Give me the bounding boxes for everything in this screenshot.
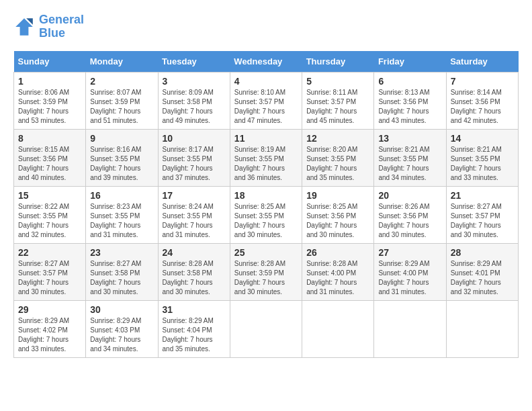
page-header: General Blue (13, 13, 519, 40)
calendar-cell: 27 Sunrise: 8:29 AM Sunset: 4:00 PM Dayl… (374, 243, 446, 300)
cell-content: Sunrise: 8:27 AM Sunset: 3:58 PM Dayligh… (90, 259, 153, 297)
cell-content: Sunrise: 8:10 AM Sunset: 3:57 PM Dayligh… (234, 88, 298, 126)
day-number: 19 (306, 190, 369, 201)
day-number: 22 (18, 247, 81, 258)
calendar-cell: 1 Sunrise: 8:06 AM Sunset: 3:59 PM Dayli… (14, 72, 86, 129)
cell-content: Sunrise: 8:26 AM Sunset: 3:56 PM Dayligh… (378, 202, 441, 240)
calendar-cell: 12 Sunrise: 8:20 AM Sunset: 3:55 PM Dayl… (302, 129, 374, 186)
calendar-week-3: 15 Sunrise: 8:22 AM Sunset: 3:55 PM Dayl… (14, 186, 519, 243)
day-number: 13 (378, 133, 441, 144)
calendar-week-4: 22 Sunrise: 8:27 AM Sunset: 3:57 PM Dayl… (14, 243, 519, 300)
day-number: 24 (163, 247, 226, 258)
calendar-cell: 10 Sunrise: 8:17 AM Sunset: 3:55 PM Dayl… (158, 129, 230, 186)
calendar-cell: 3 Sunrise: 8:09 AM Sunset: 3:58 PM Dayli… (158, 72, 230, 129)
day-number: 1 (18, 76, 81, 87)
day-number: 23 (90, 247, 153, 258)
day-number: 20 (378, 190, 441, 201)
cell-content: Sunrise: 8:25 AM Sunset: 3:55 PM Dayligh… (234, 202, 298, 240)
cell-content: Sunrise: 8:20 AM Sunset: 3:55 PM Dayligh… (306, 145, 369, 183)
day-number: 27 (378, 247, 441, 258)
calendar-cell: 17 Sunrise: 8:24 AM Sunset: 3:55 PM Dayl… (158, 186, 230, 243)
day-number: 26 (306, 247, 369, 258)
calendar-cell (374, 300, 446, 357)
day-number: 16 (90, 190, 153, 201)
cell-content: Sunrise: 8:14 AM Sunset: 3:56 PM Dayligh… (451, 88, 514, 126)
cell-content: Sunrise: 8:13 AM Sunset: 3:56 PM Dayligh… (378, 88, 441, 126)
calendar-cell: 18 Sunrise: 8:25 AM Sunset: 3:55 PM Dayl… (230, 186, 302, 243)
cell-content: Sunrise: 8:25 AM Sunset: 3:56 PM Dayligh… (306, 202, 369, 240)
day-number: 10 (163, 133, 226, 144)
day-number: 30 (90, 304, 153, 315)
calendar-cell: 16 Sunrise: 8:23 AM Sunset: 3:55 PM Dayl… (86, 186, 158, 243)
cell-content: Sunrise: 8:21 AM Sunset: 3:55 PM Dayligh… (378, 145, 441, 183)
logo: General Blue (13, 13, 84, 40)
calendar-cell: 6 Sunrise: 8:13 AM Sunset: 3:56 PM Dayli… (374, 72, 446, 129)
calendar-cell: 2 Sunrise: 8:07 AM Sunset: 3:59 PM Dayli… (86, 72, 158, 129)
day-number: 8 (18, 133, 81, 144)
cell-content: Sunrise: 8:15 AM Sunset: 3:56 PM Dayligh… (18, 145, 81, 183)
cell-content: Sunrise: 8:29 AM Sunset: 4:01 PM Dayligh… (451, 259, 514, 297)
calendar-cell: 31 Sunrise: 8:29 AM Sunset: 4:04 PM Dayl… (158, 300, 230, 357)
day-number: 18 (234, 190, 298, 201)
calendar-cell: 21 Sunrise: 8:27 AM Sunset: 3:57 PM Dayl… (446, 186, 518, 243)
day-number: 25 (234, 247, 298, 258)
calendar-header-tuesday: Tuesday (158, 51, 230, 73)
calendar-cell: 22 Sunrise: 8:27 AM Sunset: 3:57 PM Dayl… (14, 243, 86, 300)
day-number: 29 (18, 304, 81, 315)
day-number: 17 (163, 190, 226, 201)
calendar-cell: 20 Sunrise: 8:26 AM Sunset: 3:56 PM Dayl… (374, 186, 446, 243)
day-number: 4 (234, 76, 298, 87)
day-number: 3 (163, 76, 226, 87)
calendar-header-friday: Friday (374, 51, 446, 73)
calendar-table: SundayMondayTuesdayWednesdayThursdayFrid… (13, 51, 519, 358)
day-number: 21 (451, 190, 514, 201)
calendar-cell: 11 Sunrise: 8:19 AM Sunset: 3:55 PM Dayl… (230, 129, 302, 186)
day-number: 14 (451, 133, 514, 144)
day-number: 9 (90, 133, 153, 144)
calendar-cell: 9 Sunrise: 8:16 AM Sunset: 3:55 PM Dayli… (86, 129, 158, 186)
day-number: 15 (18, 190, 81, 201)
cell-content: Sunrise: 8:28 AM Sunset: 3:58 PM Dayligh… (163, 259, 226, 297)
calendar-week-5: 29 Sunrise: 8:29 AM Sunset: 4:02 PM Dayl… (14, 300, 519, 357)
cell-content: Sunrise: 8:29 AM Sunset: 4:00 PM Dayligh… (378, 259, 441, 297)
calendar-cell: 24 Sunrise: 8:28 AM Sunset: 3:58 PM Dayl… (158, 243, 230, 300)
calendar-cell (446, 300, 518, 357)
calendar-cell: 5 Sunrise: 8:11 AM Sunset: 3:57 PM Dayli… (302, 72, 374, 129)
day-number: 28 (451, 247, 514, 258)
day-number: 2 (90, 76, 153, 87)
cell-content: Sunrise: 8:11 AM Sunset: 3:57 PM Dayligh… (306, 88, 369, 126)
calendar-cell: 28 Sunrise: 8:29 AM Sunset: 4:01 PM Dayl… (446, 243, 518, 300)
calendar-cell: 8 Sunrise: 8:15 AM Sunset: 3:56 PM Dayli… (14, 129, 86, 186)
cell-content: Sunrise: 8:17 AM Sunset: 3:55 PM Dayligh… (163, 145, 226, 183)
day-number: 7 (451, 76, 514, 87)
cell-content: Sunrise: 8:16 AM Sunset: 3:55 PM Dayligh… (90, 145, 153, 183)
cell-content: Sunrise: 8:07 AM Sunset: 3:59 PM Dayligh… (90, 88, 153, 126)
cell-content: Sunrise: 8:27 AM Sunset: 3:57 PM Dayligh… (451, 202, 514, 240)
calendar-cell: 26 Sunrise: 8:28 AM Sunset: 4:00 PM Dayl… (302, 243, 374, 300)
cell-content: Sunrise: 8:22 AM Sunset: 3:55 PM Dayligh… (18, 202, 81, 240)
calendar-header-thursday: Thursday (302, 51, 374, 73)
cell-content: Sunrise: 8:29 AM Sunset: 4:03 PM Dayligh… (90, 316, 153, 354)
calendar-cell (302, 300, 374, 357)
cell-content: Sunrise: 8:24 AM Sunset: 3:55 PM Dayligh… (163, 202, 226, 240)
day-number: 12 (306, 133, 369, 144)
cell-content: Sunrise: 8:28 AM Sunset: 3:59 PM Dayligh… (234, 259, 298, 297)
calendar-header-monday: Monday (86, 51, 158, 73)
calendar-cell: 25 Sunrise: 8:28 AM Sunset: 3:59 PM Dayl… (230, 243, 302, 300)
calendar-header-sunday: Sunday (14, 51, 86, 73)
calendar-header-row: SundayMondayTuesdayWednesdayThursdayFrid… (14, 51, 519, 73)
cell-content: Sunrise: 8:27 AM Sunset: 3:57 PM Dayligh… (18, 259, 81, 297)
calendar-week-2: 8 Sunrise: 8:15 AM Sunset: 3:56 PM Dayli… (14, 129, 519, 186)
logo-text: General Blue (39, 13, 84, 40)
calendar-cell: 29 Sunrise: 8:29 AM Sunset: 4:02 PM Dayl… (14, 300, 86, 357)
cell-content: Sunrise: 8:06 AM Sunset: 3:59 PM Dayligh… (18, 88, 81, 126)
calendar-cell: 19 Sunrise: 8:25 AM Sunset: 3:56 PM Dayl… (302, 186, 374, 243)
cell-content: Sunrise: 8:19 AM Sunset: 3:55 PM Dayligh… (234, 145, 298, 183)
cell-content: Sunrise: 8:09 AM Sunset: 3:58 PM Dayligh… (163, 88, 226, 126)
calendar-cell (230, 300, 302, 357)
day-number: 6 (378, 76, 441, 87)
cell-content: Sunrise: 8:29 AM Sunset: 4:02 PM Dayligh… (18, 316, 81, 354)
day-number: 11 (234, 133, 298, 144)
calendar-header-wednesday: Wednesday (230, 51, 302, 73)
cell-content: Sunrise: 8:28 AM Sunset: 4:00 PM Dayligh… (306, 259, 369, 297)
